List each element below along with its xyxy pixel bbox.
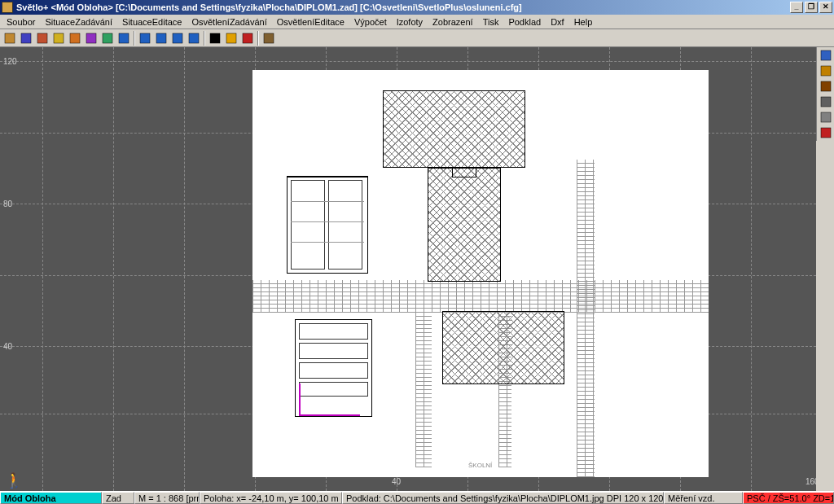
svg-rect-7: [119, 33, 129, 43]
layers-yellow-icon[interactable]: [51, 31, 66, 46]
win4-icon[interactable]: [187, 31, 201, 46]
building-block-3: [442, 311, 564, 384]
small-plan-lower: [295, 319, 372, 417]
menu-help[interactable]: Help: [569, 16, 598, 28]
status-podklad: Podklad: C:\Documents and Settings\fyzik…: [342, 492, 664, 504]
selection-polyline-2: [318, 414, 360, 416]
building-block-1: [383, 90, 525, 168]
svg-rect-16: [821, 50, 831, 60]
status-zad: Zad: [102, 492, 134, 504]
palette2-icon[interactable]: [819, 79, 833, 94]
building-block-4: [452, 168, 476, 177]
open-icon[interactable]: [2, 31, 17, 46]
svg-rect-4: [70, 33, 80, 43]
sun-icon[interactable]: [224, 31, 239, 46]
svg-rect-14: [243, 33, 252, 43]
svg-rect-5: [86, 33, 96, 43]
menu-situaceeditace[interactable]: SituaceEditace: [117, 16, 187, 28]
curve-icon[interactable]: [261, 31, 276, 46]
small-plan-upper: [287, 176, 368, 274]
svg-rect-20: [821, 112, 831, 122]
menu-zobrazení[interactable]: Zobrazení: [428, 16, 478, 28]
svg-rect-8: [140, 33, 150, 43]
menu-osvětleníeditace[interactable]: OsvětleníEditace: [272, 16, 349, 28]
maximize-button[interactable]: ❐: [805, 2, 818, 13]
layers-orange-icon[interactable]: [68, 31, 82, 46]
print-icon[interactable]: [35, 31, 50, 46]
svg-rect-15: [264, 33, 274, 43]
close-button[interactable]: ✕: [819, 2, 832, 13]
zoom-extents-icon[interactable]: [819, 48, 833, 63]
chart-icon[interactable]: [100, 31, 115, 46]
minimize-button[interactable]: _: [790, 2, 803, 13]
toolbar-side: [816, 47, 834, 141]
palette3-icon[interactable]: [819, 94, 833, 109]
win2-icon[interactable]: [154, 31, 169, 46]
axis-y-label: 80: [3, 199, 12, 208]
svg-rect-13: [226, 33, 236, 43]
status-mereni: Měření vzd.: [664, 492, 743, 504]
app-icon: [2, 2, 13, 13]
table-icon[interactable]: [116, 31, 131, 46]
menu-bar: SouborSituaceZadáváníSituaceEditaceOsvět…: [0, 15, 834, 29]
win1-icon[interactable]: [138, 31, 152, 46]
status-bar: Mód Obloha Zad M = 1 : 868 [prn] Poloha:…: [0, 491, 834, 504]
svg-rect-10: [173, 33, 182, 43]
svg-rect-0: [5, 33, 15, 43]
drawing-canvas[interactable]: 120804040160: [0, 47, 816, 491]
menu-osvětlenízadávání[interactable]: OsvětleníZadávání: [187, 16, 271, 28]
line-icon[interactable]: [208, 31, 222, 46]
palette4-icon[interactable]: [819, 110, 833, 125]
road-vertical-right: [577, 160, 595, 477]
svg-rect-11: [189, 33, 199, 43]
building-block-2: [428, 168, 501, 282]
svg-rect-12: [210, 33, 220, 43]
wand-icon[interactable]: [84, 31, 99, 46]
status-position: Poloha: x= -24,10 m, y= 100,10 m: [200, 492, 342, 504]
svg-rect-6: [103, 33, 112, 43]
menu-situacezadávání[interactable]: SituaceZadávání: [40, 16, 117, 28]
axis-y-label: 40: [3, 342, 12, 351]
status-scale: M = 1 : 868 [prn]: [134, 492, 200, 504]
svg-rect-19: [821, 97, 831, 107]
toolbar-main: [0, 29, 834, 47]
title-bar: Světlo+ <Mód Obloha> [C:\Documents and S…: [0, 0, 834, 15]
svg-rect-1: [21, 33, 31, 43]
menu-podklad[interactable]: Podklad: [503, 16, 546, 28]
window-title: Světlo+ <Mód Obloha> [C:\Documents and S…: [16, 2, 788, 12]
svg-rect-21: [821, 128, 831, 138]
svg-rect-18: [821, 81, 831, 91]
status-sun: PSČ / ZŠ=51.0° ZD=14.5°: [743, 492, 834, 504]
menu-dxf[interactable]: Dxf: [546, 16, 569, 28]
svg-rect-2: [37, 33, 47, 43]
menu-výpočet[interactable]: Výpočet: [349, 16, 392, 28]
menu-tisk[interactable]: Tisk: [478, 16, 504, 28]
road-vertical-mid: [415, 313, 432, 467]
save-icon[interactable]: [19, 31, 33, 46]
plan-text-label: ŠKOLNÍ: [468, 462, 492, 469]
menu-soubor[interactable]: Soubor: [2, 16, 40, 28]
svg-rect-3: [54, 33, 64, 43]
axis-x-label: 40: [392, 477, 401, 486]
palette1-icon[interactable]: [819, 64, 833, 78]
axis-y-label: 120: [3, 57, 17, 66]
observer-icon: 🚶: [5, 471, 23, 489]
flag-icon[interactable]: [240, 31, 255, 46]
stop-icon[interactable]: [819, 125, 833, 140]
status-mode: Mód Obloha: [0, 492, 102, 504]
plan-sheet: ŠKOLNÍ: [252, 70, 709, 477]
axis-x-label: 160: [805, 477, 816, 486]
menu-izofoty[interactable]: Izofoty: [392, 16, 428, 28]
svg-rect-17: [821, 66, 831, 76]
road-horizontal: [252, 280, 709, 313]
selection-polyline: [299, 383, 319, 416]
win3-icon[interactable]: [170, 31, 185, 46]
svg-rect-9: [156, 33, 166, 43]
